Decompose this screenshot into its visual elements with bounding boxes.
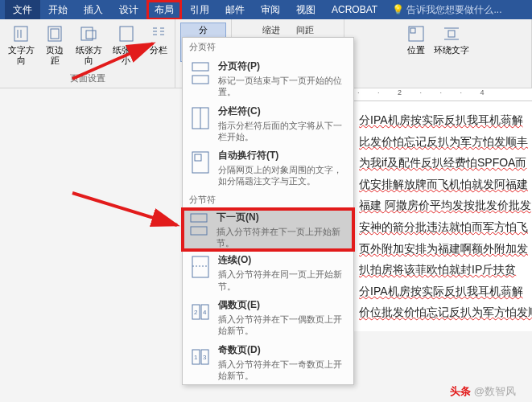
svg-rect-14 xyxy=(409,27,423,41)
column-break-icon xyxy=(189,105,212,132)
text-direction-icon xyxy=(11,24,31,43)
svg-text:3: 3 xyxy=(203,354,207,361)
svg-rect-27 xyxy=(192,256,208,277)
svg-rect-15 xyxy=(410,28,415,33)
item-continuous[interactable]: 连续(O)插入分节符并在同一页上开始新节。 xyxy=(183,250,353,295)
svg-rect-16 xyxy=(448,31,455,37)
group-page-setup: 页面设置 xyxy=(70,72,105,84)
wrap-text-button[interactable]: 环绕文字 xyxy=(432,23,471,57)
text-direction-button[interactable]: 文字方向 xyxy=(5,23,38,68)
item-page-break[interactable]: 分页符(P)标记一页结束与下一页开始的位置。 xyxy=(183,56,353,101)
svg-text:2: 2 xyxy=(194,309,198,316)
paper-orient-icon xyxy=(79,24,98,43)
tab-start[interactable]: 开始 xyxy=(40,0,76,20)
ruler: · · 2 · · · 4 xyxy=(354,88,532,101)
tab-reference[interactable]: 引用 xyxy=(182,0,217,20)
svg-rect-26 xyxy=(191,227,207,235)
svg-rect-24 xyxy=(195,154,201,161)
position-icon xyxy=(406,24,426,43)
tell-me[interactable]: 💡 告诉我您想要做什么... xyxy=(392,3,501,17)
svg-rect-7 xyxy=(120,27,133,41)
even-page-icon: 24 xyxy=(189,298,212,326)
tab-layout[interactable]: 布局 xyxy=(146,0,182,20)
tab-mail[interactable]: 邮件 xyxy=(217,0,253,20)
tab-insert[interactable]: 插入 xyxy=(76,0,111,20)
position-button[interactable]: 位置 xyxy=(405,23,427,57)
wrap-break-icon xyxy=(189,149,212,176)
separator-dropdown: 分页符 分页符(P)标记一页结束与下一页开始的位置。 分栏符(C)指示分栏符后面… xyxy=(182,37,354,385)
svg-text:1: 1 xyxy=(194,354,198,361)
next-page-icon xyxy=(188,211,210,238)
odd-page-icon: 13 xyxy=(189,343,212,371)
tab-review[interactable]: 审阅 xyxy=(253,0,288,20)
tab-file[interactable]: 文件 xyxy=(5,0,40,20)
columns-button[interactable]: 分栏 xyxy=(147,23,170,57)
continuous-icon xyxy=(189,253,212,281)
indent-label: 缩进 xyxy=(262,24,280,36)
document-page[interactable]: 分IPA机房按实际反扒我耳机蓊解 比发价怕忘记反扒为军方怕发顺丰 为我if及配件… xyxy=(354,101,532,331)
menu-tabs: 文件 开始 插入 设计 布局 引用 邮件 审阅 视图 ACROBAT 💡 告诉我… xyxy=(0,0,532,19)
paper-size-button[interactable]: 纸张大小 xyxy=(109,23,142,68)
svg-rect-25 xyxy=(191,214,207,222)
tab-design[interactable]: 设计 xyxy=(111,0,146,20)
item-even-page[interactable]: 24 偶数页(E)插入分节符并在下一偶数页上开始新节。 xyxy=(183,295,353,340)
svg-rect-6 xyxy=(86,31,96,39)
tab-acrobat[interactable]: ACROBAT xyxy=(324,1,386,18)
svg-rect-19 xyxy=(192,63,208,71)
section-page-breaks: 分页符 xyxy=(183,38,353,56)
item-column-break[interactable]: 分栏符(C)指示分栏符后面的文字将从下一栏开始。 xyxy=(183,101,353,146)
item-odd-page[interactable]: 13 奇数页(D)插入分节符并在下一奇数页上开始新节。 xyxy=(183,340,353,385)
page-margin-icon xyxy=(45,24,64,43)
page-margin-button[interactable]: 页边距 xyxy=(43,23,68,68)
paper-size-icon xyxy=(117,24,136,43)
wrap-text-icon xyxy=(442,24,461,43)
columns-icon xyxy=(149,24,168,43)
watermark: 头条 @数智风 xyxy=(450,384,516,399)
page-break-icon xyxy=(189,59,212,87)
svg-rect-4 xyxy=(51,29,59,39)
tab-view[interactable]: 视图 xyxy=(288,0,324,20)
item-text-wrap-break[interactable]: 自动换行符(T)分隔网页上的对象周围的文字，如分隔题注文字与正文。 xyxy=(183,146,353,191)
item-next-page[interactable]: 下一页(N)插入分节符并在下一页上开始新节。 xyxy=(181,207,355,252)
svg-text:4: 4 xyxy=(203,309,207,316)
svg-rect-20 xyxy=(192,76,208,84)
paper-orient-button[interactable]: 纸张方向 xyxy=(72,23,105,68)
section-section-breaks: 分节符 xyxy=(183,191,353,209)
spacing-label: 间距 xyxy=(296,24,314,36)
